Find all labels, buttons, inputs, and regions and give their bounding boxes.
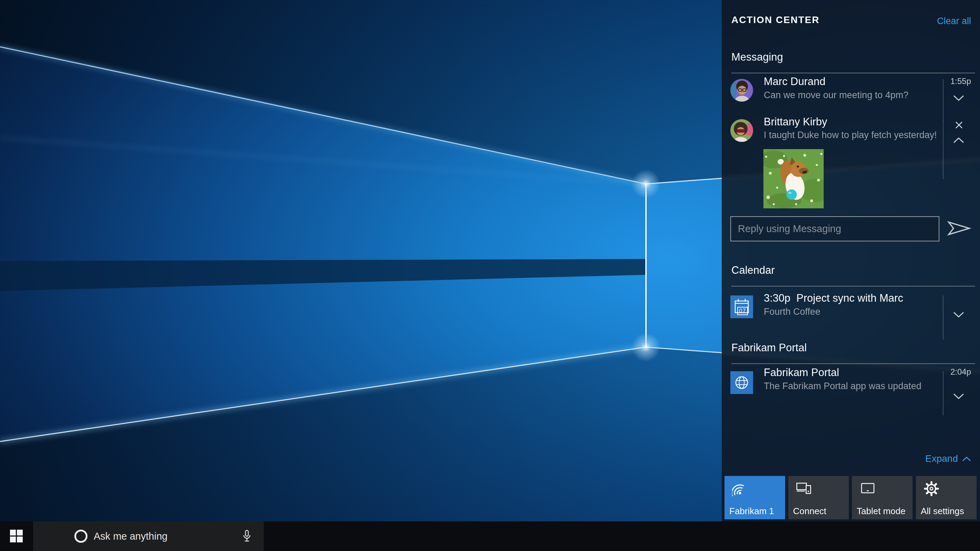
calendar-day-label: 07 [737,307,748,315]
calendar-app-icon: 07 [730,295,753,318]
divider [943,120,943,179]
cortana-icon [75,530,88,543]
notification-message: I taught Duke how to play fetch yesterda… [764,130,937,140]
clear-all-link[interactable]: Clear all [937,16,971,27]
chevron-up-icon[interactable] [953,137,964,143]
section-label-messaging: Messaging [731,51,783,64]
section-label-calendar: Calendar [731,264,775,277]
quick-action-wifi[interactable]: Fabrikam 1 [724,476,785,519]
section-divider [731,363,975,364]
divider [943,79,943,121]
reply-input[interactable] [730,216,939,241]
avatar [730,119,753,142]
microphone-icon[interactable] [242,529,252,544]
notification-sender: Brittany Kirby [764,116,827,128]
quick-action-tablet-mode[interactable]: Tablet mode [852,476,913,519]
search-box[interactable]: Ask me anything [33,521,264,551]
wifi-icon [732,481,748,497]
quick-action-connect[interactable]: Connect [788,476,849,519]
gear-icon [924,481,939,497]
event-location: Fourth Coffee [764,306,821,317]
divider [943,295,943,339]
notification-time: 1:55p [950,76,971,86]
notification-message: The Fabrikam Portal app was updated [764,381,921,392]
section-divider [731,286,975,287]
quick-action-all-settings[interactable]: All settings [916,476,977,519]
desktop: ACTION CENTER Clear all Messaging Marc D… [0,0,980,551]
message-photo-dog [764,149,824,209]
close-icon[interactable] [955,121,964,129]
tablet-icon [859,481,876,497]
send-icon[interactable] [947,221,971,236]
chevron-up-icon [962,456,971,462]
start-button[interactable] [0,521,33,551]
event-title: 3:30p Project sync with Marc [764,292,903,304]
action-center-title: ACTION CENTER [731,14,819,25]
expand-link[interactable]: Expand [925,453,971,464]
avatar [730,79,753,102]
notification-message: Can we move our meeting to 4pm? [764,90,908,100]
chevron-down-icon[interactable] [953,312,964,318]
divider [943,371,943,415]
notification-time: 2:04p [950,367,971,377]
windows-logo-icon [10,530,23,543]
chevron-down-icon[interactable] [953,95,964,101]
taskbar: Ask me anything e [0,521,980,551]
search-placeholder-text: Ask me anything [94,521,167,551]
section-label-fabrikam: Fabrikam Portal [731,342,807,354]
notification-title: Fabrikam Portal [764,366,839,379]
connect-icon [796,481,812,497]
section-divider [731,73,975,73]
chevron-down-icon[interactable] [953,393,964,400]
notification-sender: Marc Durand [764,75,826,88]
action-center-panel: ACTION CENTER Clear all Messaging Marc D… [722,0,980,521]
globe-app-icon [730,371,753,394]
